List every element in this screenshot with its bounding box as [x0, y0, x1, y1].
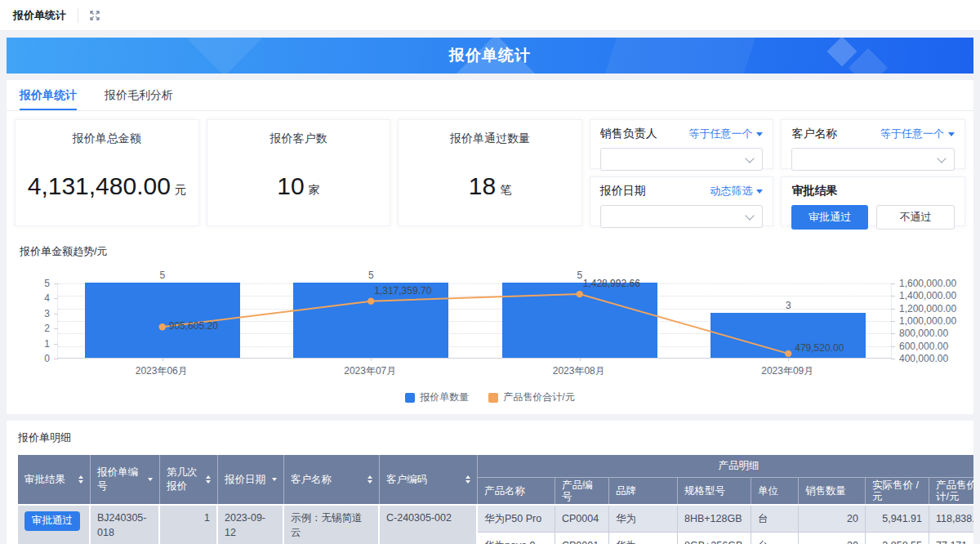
product-column-header[interactable]: 产品售价合计/元: [929, 478, 973, 504]
tab-gross-profit[interactable]: 报价毛利分析: [105, 80, 173, 110]
quote-date-select[interactable]: [600, 205, 764, 228]
filter-approval-result: 审批结果 审批通过 不通过: [781, 176, 965, 226]
operator-dropdown[interactable]: 等于任意一个: [688, 127, 763, 141]
line-value-label: 1,428,992.66: [583, 278, 640, 289]
column-header-label: 第几次报价: [167, 466, 201, 493]
table-cell: C-240305-002: [380, 506, 478, 544]
bar-value-label: 5: [159, 270, 165, 281]
y-axis-label: 0: [44, 353, 50, 364]
sales-owner-select[interactable]: [600, 148, 764, 171]
chart-section: 报价单金额趋势/元 012345400,000.00600,000.00800,…: [7, 234, 973, 414]
product-cell: 华为P50 Pro: [478, 506, 555, 532]
line-point[interactable]: [577, 291, 583, 297]
page-title: 报价单统计: [13, 8, 78, 23]
filter-sales-owner: 销售负责人 等于任意一个: [590, 119, 774, 169]
x-axis-label: 2023年06月: [57, 364, 266, 378]
column-header-label: 审批结果: [24, 473, 65, 487]
column-header[interactable]: 审批结果: [18, 455, 91, 504]
tab-quote-stats[interactable]: 报价单统计: [20, 80, 77, 110]
right-axis-label: 1,600,000.00: [899, 278, 956, 289]
status-badge: 审批通过: [24, 511, 80, 531]
table-cell: 2023-09-12: [218, 506, 284, 544]
product-cell: 8HB+128GB: [678, 506, 751, 532]
approval-fail-button[interactable]: 不通过: [876, 205, 955, 230]
chart-title: 报价单金额趋势/元: [20, 244, 960, 259]
chevron-down-icon: [937, 154, 946, 163]
x-axis-label: 2023年09月: [684, 364, 893, 378]
approval-pass-button[interactable]: 审批通过: [791, 205, 868, 230]
filter-caret-icon[interactable]: [272, 478, 277, 481]
filter-caret-icon[interactable]: [148, 478, 153, 481]
kpi-value: 4,131,480.00: [28, 172, 171, 200]
chart-plot-area: 012345400,000.00600,000.00800,000.001,00…: [57, 283, 892, 359]
kpi-total-amount: 报价单总金额 4,131,480.00元: [15, 119, 199, 226]
right-axis-label: 1,200,000.00: [899, 303, 956, 314]
right-axis-label: 400,000.00: [899, 353, 948, 364]
right-axis-tick: [891, 359, 895, 359]
column-header-label: 报价单编号: [97, 466, 143, 493]
sort-icon[interactable]: [206, 475, 211, 484]
product-cell: CP0004: [555, 506, 609, 532]
fullscreen-icon[interactable]: [89, 10, 100, 21]
filter-label: 报价日期: [600, 184, 646, 198]
column-header[interactable]: 客户编码: [380, 455, 478, 504]
bar-value-label: 5: [577, 270, 582, 281]
kpi-customer-count: 报价客户数 10家: [207, 119, 391, 226]
bar-value-label: 5: [368, 270, 374, 281]
column-header[interactable]: 客户名称: [284, 455, 380, 504]
product-column-header[interactable]: 产品编号: [555, 478, 609, 504]
column-header[interactable]: 报价日期: [218, 455, 284, 504]
product-sub-row: 华为P50 ProCP0004华为8HB+128GB台205,941.91118…: [478, 506, 973, 532]
legend-swatch: [405, 393, 415, 403]
kpi-passed-count: 报价单通过数量 18笔: [398, 119, 582, 226]
x-axis-label: 2023年08月: [474, 364, 684, 378]
legend-item[interactable]: 报价单数量: [405, 390, 469, 404]
sort-icon[interactable]: [78, 475, 83, 484]
table-panel: 报价单明细 审批结果报价单编号第几次报价报价日期客户名称客户编码产品明细产品名称…: [7, 421, 973, 544]
product-cell: 台: [751, 506, 799, 532]
product-cell: CP0001: [555, 533, 609, 544]
banner: 报价单统计: [7, 38, 973, 74]
product-cell: 华为: [609, 533, 678, 544]
column-header[interactable]: 第几次报价: [160, 455, 218, 504]
caret-down-icon: [756, 190, 763, 194]
product-column-header[interactable]: 规格型号: [678, 478, 751, 504]
column-header[interactable]: 报价单编号: [91, 455, 160, 504]
column-header-label: 客户编码: [386, 473, 427, 487]
kpi-label: 报价客户数: [270, 132, 327, 146]
tab-bar: 报价单统计 报价毛利分析: [7, 80, 973, 111]
chart-x-axis-labels: 2023年06月2023年07月2023年08月2023年09月: [57, 359, 892, 378]
product-cell: 华为nova 9 Pro: [478, 533, 555, 544]
kpi-unit: 笔: [500, 175, 511, 198]
customer-name-select[interactable]: [791, 148, 955, 171]
y-axis-label: 3: [44, 308, 50, 319]
column-header-label: 客户名称: [291, 473, 332, 487]
sort-icon[interactable]: [466, 475, 470, 484]
line-point[interactable]: [368, 297, 374, 304]
product-cell: 5,941.91: [866, 506, 929, 532]
kpi-unit: 家: [309, 175, 320, 198]
product-column-header[interactable]: 产品名称: [478, 478, 555, 504]
right-axis-label: 1,000,000.00: [899, 315, 956, 327]
legend-item[interactable]: 产品售价合计/元: [488, 390, 574, 404]
legend-label: 产品售价合计/元: [503, 390, 574, 404]
product-column-header[interactable]: 实际售价 /元: [866, 478, 929, 504]
product-column-header[interactable]: 品牌: [609, 478, 678, 504]
product-column-header[interactable]: 销售数量: [799, 478, 866, 504]
kpi-value: 10: [277, 172, 304, 200]
product-cell: 118,838.: [929, 506, 973, 532]
right-axis-label: 1,400,000.00: [899, 290, 956, 301]
product-cell: 20: [799, 506, 866, 532]
product-column-header[interactable]: 单位: [751, 478, 799, 504]
line-point[interactable]: [785, 350, 791, 357]
right-axis-label: 600,000.00: [899, 341, 948, 352]
trend-line: [163, 294, 789, 354]
sort-icon[interactable]: [368, 475, 372, 484]
banner-title: 报价单统计: [7, 38, 973, 74]
operator-dropdown[interactable]: 动态筛选: [710, 184, 763, 198]
operator-dropdown[interactable]: 等于任意一个: [880, 127, 955, 141]
right-axis-label: 800,000.00: [899, 328, 948, 339]
table-cell: 审批通过: [18, 506, 91, 544]
table-cell: 示例：无锡简道云: [284, 506, 380, 544]
line-point[interactable]: [159, 323, 166, 330]
